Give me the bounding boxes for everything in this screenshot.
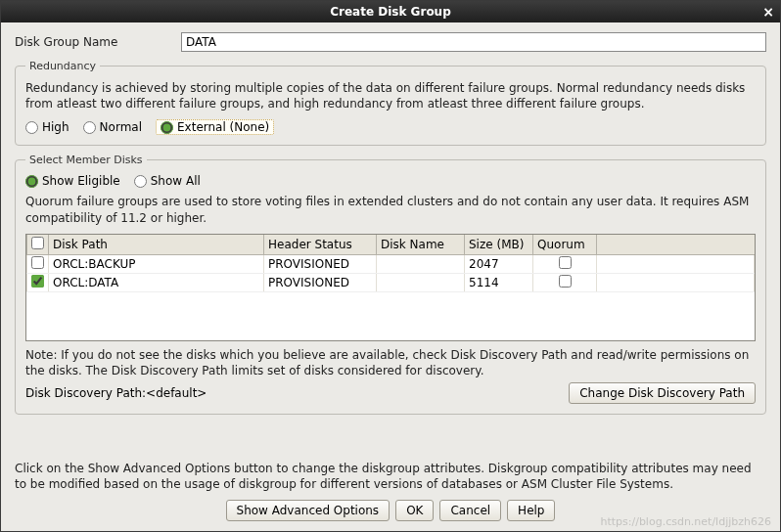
discovery-path-label: Disk Discovery Path:<default> xyxy=(25,386,207,400)
col-disk-path[interactable]: Disk Path xyxy=(49,235,264,255)
row-select-checkbox[interactable] xyxy=(31,256,44,269)
cell-size-mb: 5114 xyxy=(465,273,533,291)
disks-table: Disk Path Header Status Disk Name Size (… xyxy=(26,235,755,292)
redundancy-group: Redundancy Redundancy is achieved by sto… xyxy=(15,60,766,146)
select-all-checkbox[interactable] xyxy=(31,237,44,249)
redundancy-external-option[interactable]: External (None) xyxy=(156,119,274,135)
cell-disk-path: ORCL:BACKUP xyxy=(49,254,264,273)
close-icon[interactable]: × xyxy=(762,1,774,22)
cell-disk-name xyxy=(377,273,465,291)
cell-disk-name xyxy=(377,254,465,273)
disk-group-name-label: Disk Group Name xyxy=(15,35,171,49)
col-header-status[interactable]: Header Status xyxy=(264,235,377,255)
cell-header-status: PROVISIONED xyxy=(264,273,377,291)
row-select-checkbox[interactable] xyxy=(31,275,44,288)
cancel-button[interactable]: Cancel xyxy=(439,500,501,521)
cell-disk-path: ORCL:DATA xyxy=(49,273,264,291)
col-spacer xyxy=(597,235,755,255)
show-all-option[interactable]: Show All xyxy=(134,174,201,188)
redundancy-high-radio[interactable] xyxy=(25,121,38,134)
member-legend: Select Member Disks xyxy=(25,154,147,166)
col-quorum[interactable]: Quorum xyxy=(533,235,597,255)
show-all-radio[interactable] xyxy=(134,175,147,188)
disk-group-name-input[interactable] xyxy=(181,32,766,52)
ok-button[interactable]: OK xyxy=(395,500,434,521)
col-select[interactable] xyxy=(27,235,49,255)
table-row[interactable]: ORCL:DATAPROVISIONED5114 xyxy=(27,273,755,291)
member-desc: Quorum failure groups are used to store … xyxy=(25,194,756,225)
redundancy-legend: Redundancy xyxy=(25,60,100,72)
change-discovery-path-button[interactable]: Change Disk Discovery Path xyxy=(569,382,756,404)
member-note: Note: If you do not see the disks which … xyxy=(25,347,756,378)
redundancy-high-option[interactable]: High xyxy=(25,120,69,134)
redundancy-normal-option[interactable]: Normal xyxy=(83,120,142,134)
show-eligible-radio[interactable] xyxy=(25,175,38,188)
cell-header-status: PROVISIONED xyxy=(264,254,377,273)
footer-note: Click on the Show Advanced Options butto… xyxy=(1,461,780,492)
col-disk-name[interactable]: Disk Name xyxy=(377,235,465,255)
col-size-mb[interactable]: Size (MB) xyxy=(465,235,533,255)
member-disks-group: Select Member Disks Show Eligible Show A… xyxy=(15,154,766,415)
redundancy-desc: Redundancy is achieved by storing multip… xyxy=(25,80,756,111)
table-row[interactable]: ORCL:BACKUPPROVISIONED2047 xyxy=(27,254,755,273)
show-eligible-option[interactable]: Show Eligible xyxy=(25,174,120,188)
redundancy-external-radio[interactable] xyxy=(161,121,173,134)
row-quorum-checkbox[interactable] xyxy=(559,256,572,269)
help-button[interactable]: Help xyxy=(507,500,555,521)
show-advanced-button[interactable]: Show Advanced Options xyxy=(226,500,390,521)
disks-table-wrap: Disk Path Header Status Disk Name Size (… xyxy=(25,234,756,341)
dialog-window: Create Disk Group × Disk Group Name Redu… xyxy=(0,0,781,532)
cell-size-mb: 2047 xyxy=(465,254,533,273)
titlebar: Create Disk Group × xyxy=(1,1,780,22)
window-title: Create Disk Group xyxy=(330,5,451,19)
row-quorum-checkbox[interactable] xyxy=(559,275,572,288)
redundancy-normal-radio[interactable] xyxy=(83,121,96,134)
